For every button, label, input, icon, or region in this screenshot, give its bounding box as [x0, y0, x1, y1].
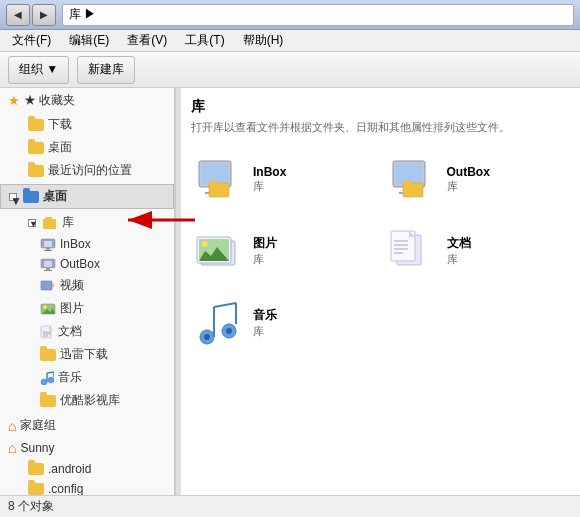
svg-point-20 — [41, 379, 47, 385]
sunny-label: Sunny — [20, 441, 54, 455]
sidebar-item-youku[interactable]: 优酷影视库 — [0, 389, 174, 412]
svg-line-23 — [47, 372, 54, 373]
sidebar-item-download[interactable]: 下载 — [0, 113, 174, 136]
back-button[interactable]: ◀ — [6, 4, 30, 26]
favorites-label: ★ 收藏夹 — [24, 92, 75, 109]
favorites-section: ★ ★ 收藏夹 下载 桌面 最近访问的位置 — [0, 88, 174, 182]
music-info: 音乐 库 — [253, 307, 277, 339]
inbox-label: InBox — [60, 237, 91, 251]
grid-item-doc[interactable]: 文档 库 — [385, 223, 571, 279]
new-library-button[interactable]: 新建库 — [77, 56, 135, 84]
svg-point-52 — [226, 328, 232, 334]
toolbar: 组织 ▼ 新建库 — [0, 52, 580, 88]
doc-info: 文档 库 — [447, 235, 471, 267]
sidebar-item-config[interactable]: .config — [0, 479, 174, 495]
desktop-tree-label: 桌面 — [43, 188, 67, 205]
svg-point-50 — [204, 334, 210, 340]
svg-rect-35 — [403, 183, 423, 197]
outbox-name: OutBox — [447, 165, 490, 179]
inbox-info: InBox 库 — [253, 165, 286, 194]
outbox-info: OutBox 库 — [447, 165, 490, 194]
status-count: 8 个对象 — [8, 498, 54, 515]
favorites-header[interactable]: ★ ★ 收藏夹 — [0, 88, 174, 113]
doc-type: 库 — [447, 252, 471, 267]
doc-name: 文档 — [447, 235, 471, 252]
sidebar-item-recent[interactable]: 最近访问的位置 — [0, 159, 174, 182]
folder-icon — [28, 142, 44, 154]
homegroup-label: 家庭组 — [20, 417, 56, 434]
svg-rect-1 — [45, 217, 52, 220]
menu-tools[interactable]: 工具(T) — [177, 30, 232, 51]
forward-button[interactable]: ▶ — [32, 4, 56, 26]
status-bar: 8 个对象 — [0, 495, 580, 517]
breadcrumb-path: 库 ▶ — [69, 6, 96, 23]
svg-rect-29 — [209, 183, 229, 197]
sidebar-item-music[interactable]: 音乐 — [0, 366, 174, 389]
lib-label: 库 — [62, 214, 74, 231]
folder-youku-icon — [40, 395, 56, 407]
sidebar-item-thunder[interactable]: 迅雷下载 — [0, 343, 174, 366]
recent-label: 最近访问的位置 — [48, 162, 132, 179]
sidebar-item-photo[interactable]: 图片 — [0, 297, 174, 320]
window: ◀ ▶ 库 ▶ 文件(F) 编辑(E) 查看(V) 工具(T) 帮助(H) 组织… — [0, 0, 580, 517]
grid-item-inbox[interactable]: InBox 库 — [191, 151, 377, 207]
android-label: .android — [48, 462, 91, 476]
inbox-type: 库 — [253, 179, 286, 194]
svg-marker-11 — [52, 283, 55, 288]
computer-icon-sm — [40, 238, 56, 251]
grid-item-photo[interactable]: 图片 库 — [191, 223, 377, 279]
svg-rect-36 — [403, 181, 412, 185]
thunder-label: 迅雷下载 — [60, 346, 108, 363]
desktop-folder-icon — [23, 191, 39, 203]
folder-icon — [28, 165, 44, 177]
sidebar-item-desktop-tree[interactable]: ▼ 桌面 — [0, 184, 174, 209]
outbox-icon-large — [389, 155, 437, 203]
sidebar-item-inbox[interactable]: InBox — [0, 234, 174, 254]
music-icon-large — [195, 299, 243, 347]
menu-edit[interactable]: 编辑(E) — [61, 30, 117, 51]
config-label: .config — [48, 482, 83, 495]
organize-button[interactable]: 组织 ▼ — [8, 56, 69, 84]
computer-icon-sm — [40, 258, 56, 271]
menu-view[interactable]: 查看(V) — [119, 30, 175, 51]
expand-icon: ▼ — [9, 193, 17, 201]
photo-type: 库 — [253, 252, 277, 267]
grid-item-music[interactable]: 音乐 库 — [191, 295, 377, 351]
sidebar-item-homegroup[interactable]: ⌂ 家庭组 — [0, 414, 174, 437]
sidebar-item-lib[interactable]: ▼ 库 — [0, 211, 174, 234]
sidebar-item-doc[interactable]: 文档 — [0, 320, 174, 343]
title-bar: ◀ ▶ 库 ▶ — [0, 0, 580, 30]
svg-rect-9 — [44, 270, 52, 271]
doc-icon-large — [389, 227, 437, 275]
svg-rect-3 — [44, 241, 52, 247]
folder-icon — [28, 483, 44, 495]
menu-file[interactable]: 文件(F) — [4, 30, 59, 51]
folder-icon — [28, 463, 44, 475]
music-name: 音乐 — [253, 307, 277, 324]
sidebar-item-sunny[interactable]: ⌂ Sunny — [0, 437, 174, 459]
svg-rect-10 — [41, 281, 52, 290]
outbox-type: 库 — [447, 179, 490, 194]
sidebar-item-desktop-fav[interactable]: 桌面 — [0, 136, 174, 159]
photo-icon-large — [195, 227, 243, 275]
sidebar: ★ ★ 收藏夹 下载 桌面 最近访问的位置 ▼ — [0, 88, 175, 495]
svg-rect-4 — [46, 248, 50, 250]
music-icon-sm — [40, 371, 54, 385]
sidebar-item-outbox[interactable]: OutBox — [0, 254, 174, 274]
menu-bar: 文件(F) 编辑(E) 查看(V) 工具(T) 帮助(H) — [0, 30, 580, 52]
photo-name: 图片 — [253, 235, 277, 252]
sidebar-item-android[interactable]: .android — [0, 459, 174, 479]
svg-point-21 — [48, 377, 54, 383]
music-type: 库 — [253, 324, 277, 339]
desktop-label: 桌面 — [48, 139, 72, 156]
content-area: 库 打开库以查看文件并根据文件夹、日期和其他属性排列这些文件。 — [181, 88, 580, 495]
video-label: 视频 — [60, 277, 84, 294]
menu-help[interactable]: 帮助(H) — [235, 30, 292, 51]
photo-icon-sm — [40, 302, 56, 315]
sidebar-item-video[interactable]: 视频 — [0, 274, 174, 297]
grid-item-outbox[interactable]: OutBox 库 — [385, 151, 571, 207]
sunny-icon: ⌂ — [8, 440, 16, 456]
svg-line-54 — [214, 303, 236, 307]
collapse-icon: ▼ — [28, 219, 36, 227]
library-grid: InBox 库 — [191, 151, 570, 351]
